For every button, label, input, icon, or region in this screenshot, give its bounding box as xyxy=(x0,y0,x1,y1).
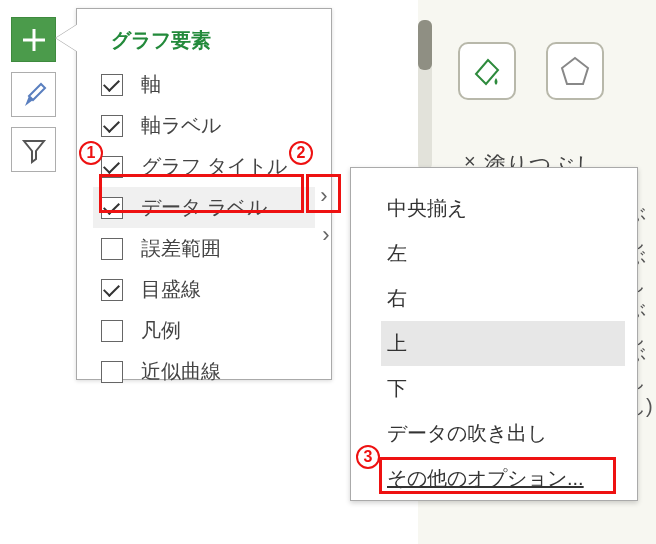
chart-element-row[interactable]: データ ラベル xyxy=(93,187,315,228)
scrollbar-thumb[interactable] xyxy=(418,20,432,70)
chart-element-checkbox[interactable] xyxy=(101,238,123,260)
chart-element-checkbox[interactable] xyxy=(101,279,123,301)
chart-element-checkbox[interactable] xyxy=(101,74,123,96)
fill-icon-button[interactable] xyxy=(458,42,516,100)
chart-element-label: 誤差範囲 xyxy=(141,235,221,262)
chart-element-label: 軸 xyxy=(141,71,161,98)
chart-element-checkbox[interactable] xyxy=(101,361,123,383)
chart-element-label: データ ラベル xyxy=(141,194,267,221)
plus-icon xyxy=(19,25,49,55)
add-chart-element-button[interactable] xyxy=(11,17,56,62)
chart-element-row[interactable]: 誤差範囲 xyxy=(93,228,315,269)
flyout-item[interactable]: 左 xyxy=(381,231,625,276)
chart-element-row[interactable]: 近似曲線 xyxy=(93,351,315,392)
chart-element-label: 目盛線 xyxy=(141,276,201,303)
annotation-number-1: 1 xyxy=(79,141,103,165)
chart-element-label: 凡例 xyxy=(141,317,181,344)
flyout-item[interactable]: 右 xyxy=(381,276,625,321)
funnel-icon xyxy=(20,136,48,164)
callout-title: グラフ要素 xyxy=(93,23,315,64)
chart-elements-callout: グラフ要素 軸軸ラベルグラフ タイトルデータ ラベル誤差範囲目盛線凡例近似曲線 xyxy=(76,8,332,380)
brush-icon xyxy=(19,80,49,110)
chart-element-row[interactable]: 軸ラベル xyxy=(93,105,315,146)
expand-arrow-data-labels[interactable]: › xyxy=(312,183,336,209)
flyout-more-options[interactable]: その他のオプション... xyxy=(381,456,625,501)
chart-element-label: 近似曲線 xyxy=(141,358,221,385)
chart-element-row[interactable]: 目盛線 xyxy=(93,269,315,310)
annotation-number-2: 2 xyxy=(289,141,313,165)
chart-element-label: 軸ラベル xyxy=(141,112,221,139)
chart-element-checkbox[interactable] xyxy=(101,156,123,178)
flyout-item[interactable]: データの吹き出し xyxy=(381,411,625,456)
svg-marker-0 xyxy=(562,58,588,84)
chart-element-checkbox[interactable] xyxy=(101,320,123,342)
chart-element-row[interactable]: 軸 xyxy=(93,64,315,105)
annotation-number-3: 3 xyxy=(356,445,380,469)
chart-element-checkbox[interactable] xyxy=(101,115,123,137)
chart-element-row[interactable]: グラフ タイトル xyxy=(93,146,315,187)
effects-icon-button[interactable] xyxy=(546,42,604,100)
data-labels-flyout: 中央揃え左右上下データの吹き出しその他のオプション... xyxy=(350,167,638,501)
chart-styles-button[interactable] xyxy=(11,72,56,117)
chart-element-checkbox[interactable] xyxy=(101,197,123,219)
chart-elements-list: 軸軸ラベルグラフ タイトルデータ ラベル誤差範囲目盛線凡例近似曲線 xyxy=(93,64,315,392)
flyout-item[interactable]: 下 xyxy=(381,366,625,411)
flyout-item[interactable]: 上 xyxy=(381,321,625,366)
chart-element-row[interactable]: 凡例 xyxy=(93,310,315,351)
expand-arrow-error-bars[interactable]: › xyxy=(314,222,338,248)
chart-element-label: グラフ タイトル xyxy=(141,153,287,180)
chart-element-toolbar xyxy=(11,17,56,172)
chart-filter-button[interactable] xyxy=(11,127,56,172)
callout-pointer xyxy=(56,24,78,52)
flyout-item[interactable]: 中央揃え xyxy=(381,186,625,231)
